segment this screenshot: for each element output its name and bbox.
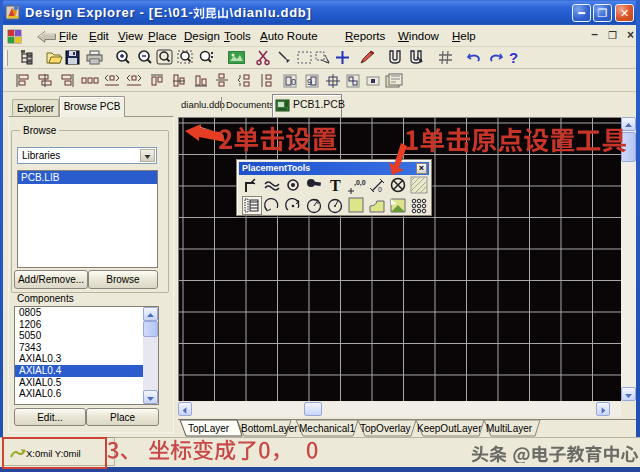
svg-text:9: 9 [307, 77, 312, 87]
svg-text:MultiLayer: MultiLayer [486, 423, 533, 434]
svg-text:0: 0 [291, 77, 296, 87]
svg-text:TopOverlay: TopOverlay [360, 423, 411, 434]
svg-text:Mechanical1: Mechanical1 [299, 423, 356, 434]
svg-text:T: T [330, 177, 341, 194]
svg-text:,0,0: ,0,0 [354, 179, 366, 187]
svg-text:KeepOutLayer: KeepOutLayer [417, 423, 482, 434]
svg-text:0: 0 [378, 186, 382, 193]
svg-text:BottomLayer: BottomLayer [241, 423, 298, 434]
svg-text:TopLayer: TopLayer [188, 423, 230, 434]
